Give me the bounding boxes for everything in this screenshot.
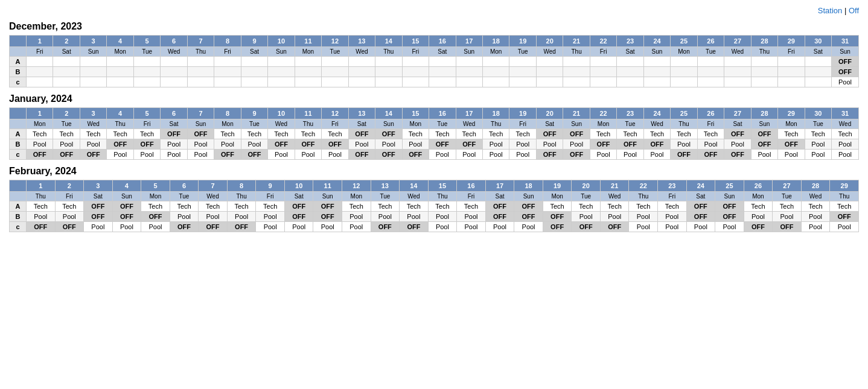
cell — [429, 57, 456, 67]
day-num: 27 — [724, 108, 751, 119]
cell — [429, 77, 456, 87]
day-num: 7 — [199, 180, 228, 192]
cell — [697, 77, 724, 87]
cell — [643, 77, 670, 87]
day-num: 27 — [724, 36, 751, 47]
cell — [482, 67, 509, 77]
cell: Pool — [600, 212, 629, 222]
cell — [322, 77, 348, 87]
day-num: 23 — [617, 108, 643, 119]
cell: OFF — [187, 129, 214, 139]
cell — [590, 77, 616, 87]
day-name: Thu — [428, 192, 457, 201]
cell — [375, 67, 402, 77]
cell: OFF — [55, 222, 84, 232]
cell: Tech — [457, 201, 486, 212]
cell: OFF — [284, 212, 313, 222]
cell — [536, 77, 563, 87]
cell — [456, 57, 482, 67]
cell: OFF — [600, 222, 629, 232]
day-name: Sun — [643, 47, 670, 57]
cell: OFF — [671, 150, 697, 160]
cell — [295, 57, 321, 67]
off-link[interactable]: Off — [849, 6, 859, 15]
row-label: B — [10, 67, 27, 77]
row-label: A — [10, 57, 27, 67]
day-num: 24 — [686, 180, 715, 192]
table-row: BOFF — [10, 67, 859, 77]
day-name: Wed — [80, 119, 106, 129]
day-name: Sat — [724, 119, 751, 129]
cell — [133, 67, 160, 77]
cell — [27, 77, 53, 87]
cell — [509, 77, 536, 87]
day-name: Thu — [27, 192, 56, 201]
cell: Tech — [590, 129, 616, 139]
cell: OFF — [572, 222, 601, 232]
day-num: 5 — [133, 36, 160, 47]
day-name: Fri — [590, 47, 616, 57]
day-num: 6 — [170, 180, 199, 192]
cell — [456, 77, 482, 87]
cell: OFF — [429, 139, 456, 150]
cell — [563, 67, 590, 77]
cell — [402, 57, 429, 67]
day-num: 31 — [832, 108, 859, 119]
cell: OFF — [715, 212, 744, 222]
cell: Tech — [543, 201, 572, 212]
day-num: 28 — [751, 108, 777, 119]
day-name: Sat — [536, 119, 563, 129]
day-num: 17 — [485, 180, 514, 192]
day-num: 25 — [715, 180, 744, 192]
cell — [697, 57, 724, 67]
cell — [107, 67, 133, 77]
day-name: Sun — [715, 192, 744, 201]
day-num: 14 — [375, 36, 402, 47]
cell: Tech — [830, 201, 859, 212]
cell — [563, 77, 590, 87]
day-name: Thu — [482, 119, 509, 129]
cell: OFF — [161, 129, 187, 139]
cell: Tech — [801, 201, 830, 212]
cell: OFF — [543, 222, 572, 232]
station-link[interactable]: Station — [818, 6, 842, 15]
cell: Tech — [107, 129, 133, 139]
day-num: 26 — [744, 180, 773, 192]
day-num: 5 — [141, 180, 170, 192]
day-num: 22 — [629, 180, 658, 192]
day-num: 1 — [27, 180, 56, 192]
cell: Pool — [187, 150, 214, 160]
day-name: Wed — [801, 192, 830, 201]
cell: Pool — [112, 222, 141, 232]
day-num: 15 — [402, 36, 429, 47]
cell: Pool — [55, 212, 84, 222]
cell: Pool — [322, 150, 348, 160]
cell — [590, 67, 616, 77]
day-num: 23 — [658, 180, 687, 192]
cell: Pool — [830, 222, 859, 232]
cell: Pool — [671, 139, 697, 150]
cell: OFF — [751, 139, 777, 150]
day-name: Mon — [27, 119, 53, 129]
cell: Pool — [629, 212, 658, 222]
day-name: Sun — [514, 192, 543, 201]
cell: OFF — [514, 201, 543, 212]
cell: Pool — [563, 139, 590, 150]
day-name: Fri — [55, 192, 84, 201]
cell: OFF — [80, 150, 106, 160]
day-name: Sat — [805, 47, 831, 57]
cell — [268, 67, 295, 77]
day-num: 2 — [55, 180, 84, 192]
cell: Tech — [617, 129, 643, 139]
day-num: 13 — [371, 180, 400, 192]
cell: Pool — [428, 222, 457, 232]
day-name: Sat — [284, 192, 313, 201]
cell — [509, 57, 536, 67]
cell: Pool — [751, 150, 777, 160]
day-name: Fri — [214, 47, 241, 57]
cell: OFF — [214, 150, 241, 160]
cell — [322, 57, 348, 67]
day-name: Mon — [744, 192, 773, 201]
cell: Pool — [161, 150, 187, 160]
cell: Pool — [485, 222, 514, 232]
